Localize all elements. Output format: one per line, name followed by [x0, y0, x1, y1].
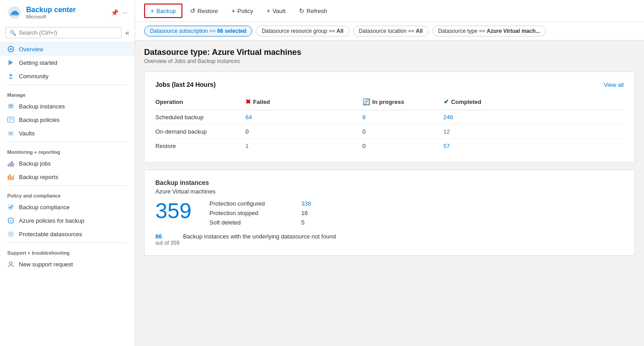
instances-footer: 86 out of 359 Backup instances with the … [155, 233, 624, 246]
nav-getting-started[interactable]: Getting started [0, 56, 135, 69]
footer-count-link[interactable]: 86 [155, 233, 162, 240]
support-section-label: Support + troubleshooting [0, 245, 135, 257]
backup-instances-card-title: Backup instances [155, 179, 624, 186]
search-input[interactable] [19, 29, 118, 36]
backup-button-label: Backup [156, 8, 176, 14]
refresh-icon: ↻ [299, 7, 304, 14]
nav-community[interactable]: Community [0, 69, 135, 83]
jobs-table-body: Scheduled backup 64 8 246 On-demand back… [155, 110, 624, 153]
plus-icon: + [150, 7, 154, 14]
vault-button[interactable]: + Vault [261, 4, 291, 18]
svg-point-25 [9, 262, 12, 265]
manage-section-label: Manage [0, 87, 135, 99]
svg-rect-19 [9, 174, 11, 180]
refresh-button-label: Refresh [307, 8, 327, 14]
scheduled-completed-link[interactable]: 246 [444, 114, 454, 121]
nav-overview[interactable]: Overview [0, 42, 135, 56]
svg-rect-15 [9, 162, 11, 166]
nav-backup-jobs[interactable]: Backup jobs [0, 157, 135, 170]
manage-divider [7, 85, 127, 85]
filter-resource-group[interactable]: Datasource resource group == All [256, 26, 349, 36]
app-subtitle: Microsoft [26, 14, 76, 19]
jobs-table-header-row: Operation ✖ Failed 🔄 In progres [155, 95, 624, 110]
table-row: On-demand backup 0 0 12 [155, 125, 624, 139]
restore-failed-link[interactable]: 1 [245, 143, 249, 149]
sidebar-header-icons: 📌 ··· [111, 9, 127, 16]
table-row: Scheduled backup 64 8 246 [155, 110, 624, 125]
nav-backup-reports[interactable]: Backup reports [0, 170, 135, 184]
backup-instances-card: Backup instances Azure Virtual machines … [144, 170, 635, 256]
nav-backup-instances[interactable]: Backup instances [0, 99, 135, 113]
azure-policies-icon [7, 217, 14, 224]
op-ondemand: On-demand backup [155, 125, 245, 139]
collapse-sidebar-button[interactable]: « [125, 29, 129, 37]
policy-button[interactable]: + Policy [226, 4, 259, 18]
nav-new-support-request[interactable]: New support request [0, 257, 135, 271]
policy-button-label: Policy [237, 8, 253, 14]
scheduled-failed-link[interactable]: 64 [245, 114, 252, 121]
refresh-button[interactable]: ↻ Refresh [293, 4, 333, 18]
jobs-card-header: Jobs (last 24 Hours) View all [155, 81, 624, 88]
protectable-datasources-icon [7, 230, 14, 238]
ondemand-failed: 0 [245, 125, 363, 139]
backup-policies-icon [7, 116, 14, 123]
svg-rect-7 [9, 107, 13, 108]
nav-vaults[interactable]: Vaults [0, 126, 135, 140]
protection-configured-value[interactable]: 338 [301, 200, 311, 207]
backup-compliance-icon [7, 203, 14, 211]
completed-header: ✔ Completed [444, 98, 624, 105]
col-failed: ✖ Failed [245, 95, 363, 110]
failed-header: ✖ Failed [245, 98, 363, 105]
ondemand-completed: 12 [444, 125, 624, 139]
restore-completed: 57 [444, 139, 624, 153]
app-logo [7, 5, 22, 20]
jobs-view-all-link[interactable]: View all [603, 81, 624, 88]
completed-icon: ✔ [444, 98, 449, 105]
nav-backup-policies[interactable]: Backup policies [0, 113, 135, 126]
filter-location[interactable]: Datasource location == All [353, 26, 429, 36]
scheduled-completed: 246 [444, 110, 624, 125]
backup-button[interactable]: + Backup [144, 4, 182, 18]
sidebar-search-area: 🔍 « [0, 23, 135, 42]
footer-desc: Backup instances with the underlying dat… [183, 233, 336, 240]
detail-row-protection-configured: Protection configured 338 [209, 200, 311, 207]
nav-protectable-datasources[interactable]: Protectable datasources [0, 227, 135, 241]
svg-point-4 [9, 77, 13, 79]
filter-resource-group-text: Datasource resource group == All [262, 28, 343, 34]
ondemand-completed-link[interactable]: 12 [444, 128, 450, 135]
nav-backup-compliance[interactable]: Backup compliance [0, 200, 135, 214]
protection-stopped-label: Protection stopped [209, 210, 290, 216]
filters-bar: Datasource subscription == 66 selected D… [135, 22, 644, 40]
soft-deleted-label: Soft deleted [209, 219, 290, 226]
policy-plus-icon: + [231, 7, 235, 14]
instances-body: 359 Protection configured 338 Protection… [155, 200, 624, 226]
scheduled-inprogress-link[interactable]: 8 [363, 114, 366, 121]
in-progress-header: 🔄 In progress [363, 98, 444, 105]
backup-instances-icon [7, 103, 14, 110]
nav-azure-policies[interactable]: Azure policies for backup [0, 214, 135, 227]
nav-backup-jobs-label: Backup jobs [19, 160, 51, 167]
svg-point-24 [10, 220, 12, 221]
op-scheduled: Scheduled backup [155, 110, 245, 125]
search-box[interactable]: 🔍 [5, 27, 122, 38]
instances-total-count: 359 [155, 200, 191, 222]
filter-subscription[interactable]: Datasource subscription == 66 selected [144, 26, 252, 36]
filter-type[interactable]: Datasource type == Azure Virtual mach... [432, 26, 546, 36]
failed-label: Failed [253, 99, 270, 105]
more-icon[interactable]: ··· [122, 9, 127, 16]
restore-button[interactable]: ↺ Restore [184, 4, 224, 18]
app-title-block: Backup center Microsoft [26, 6, 76, 19]
sidebar-header: Backup center Microsoft 📌 ··· [0, 0, 135, 23]
restore-icon: ↺ [190, 7, 195, 14]
new-support-request-icon [7, 261, 14, 268]
nav-getting-started-label: Getting started [19, 59, 57, 66]
completed-label: Completed [451, 99, 481, 105]
restore-completed-link[interactable]: 57 [444, 143, 450, 149]
pin-icon[interactable]: 📌 [111, 9, 118, 16]
scheduled-failed: 64 [245, 110, 363, 125]
nav-vaults-label: Vaults [19, 130, 35, 137]
jobs-card-title: Jobs (last 24 Hours) [155, 81, 216, 88]
svg-rect-16 [11, 161, 13, 166]
detail-row-soft-deleted: Soft deleted 5 [209, 219, 311, 226]
restore-button-label: Restore [198, 8, 218, 14]
